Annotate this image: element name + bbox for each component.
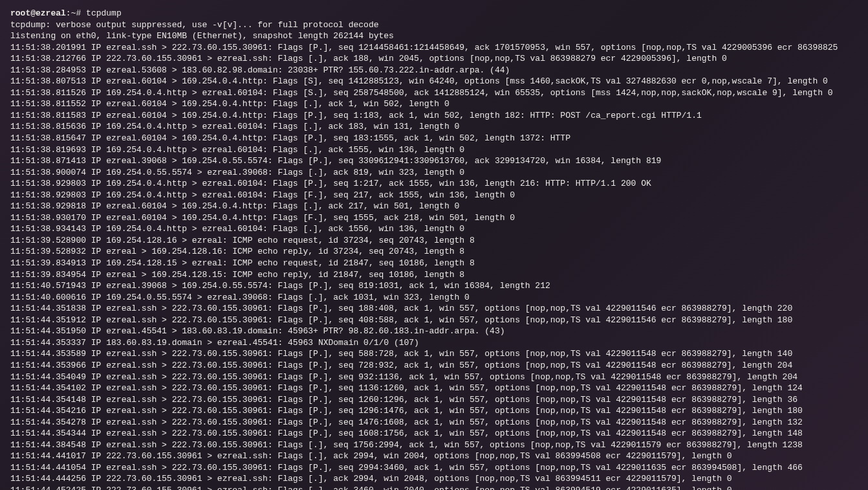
- output-line: 11:51:44.351838 IP ezreal.ssh > 222.73.6…: [10, 303, 858, 315]
- output-line: 11:51:39.834954 IP ezreal > 169.254.128.…: [10, 269, 858, 281]
- output-line: 11:51:44.354102 IP ezreal.ssh > 222.73.6…: [10, 383, 858, 394]
- output-line: 11:51:38.212766 IP 222.73.60.155.30961 >…: [10, 53, 858, 65]
- prompt-line[interactable]: root@ezreal:~# tcpdump: [10, 8, 858, 19]
- output-line: 11:51:44.351950 IP ezreal.45541 > 183.60…: [10, 326, 858, 337]
- output-line: 11:51:44.452425 IP 222.73.60.155.30961 >…: [10, 485, 858, 490]
- prompt-user-host: root@ezreal: [10, 8, 66, 18]
- output-line: 11:51:44.441054 IP ezreal.ssh > 222.73.6…: [10, 462, 858, 474]
- output-line: 11:51:38.871413 IP ezreal.39068 > 169.25…: [10, 155, 858, 167]
- output-line: 11:51:38.811552 IP ezreal.60104 > 169.25…: [10, 98, 858, 110]
- output-line: 11:51:44.354148 IP ezreal.ssh > 222.73.6…: [10, 394, 858, 406]
- output-line: 11:51:40.571943 IP ezreal.39068 > 169.25…: [10, 280, 858, 292]
- output-line: 11:51:38.929803 IP 169.254.0.4.http > ez…: [10, 190, 858, 201]
- output-line: 11:51:44.353589 IP ezreal.ssh > 222.73.6…: [10, 348, 858, 360]
- output-line: 11:51:38.811526 IP 169.254.0.4.http > ez…: [10, 87, 858, 99]
- output-line: 11:51:38.807513 IP ezreal.60104 > 169.25…: [10, 76, 858, 87]
- output-line: listening on eth0, link-type EN10MB (Eth…: [10, 30, 858, 42]
- output-line: 11:51:44.384548 IP ezreal.ssh > 222.73.6…: [10, 440, 858, 451]
- output-lines: tcpdump: verbose output suppressed, use …: [10, 19, 858, 490]
- output-line: 11:51:44.353337 IP 183.60.83.19.domain >…: [10, 337, 858, 349]
- prompt-symbol: #: [76, 8, 81, 18]
- output-line: 11:51:38.815636 IP 169.254.0.4.http > ez…: [10, 121, 858, 133]
- output-line: 11:51:39.528932 IP ezreal > 169.254.128.…: [10, 246, 858, 258]
- output-line: 11:51:38.929803 IP 169.254.0.4.http > ez…: [10, 178, 858, 190]
- output-line: 11:51:44.351912 IP ezreal.ssh > 222.73.6…: [10, 315, 858, 326]
- output-line: 11:51:38.811583 IP ezreal.60104 > 169.25…: [10, 110, 858, 122]
- output-line: 11:51:38.284953 IP ezreal.53608 > 183.60…: [10, 65, 858, 76]
- output-line: 11:51:40.600616 IP 169.254.0.55.5574 > e…: [10, 292, 858, 304]
- output-line: tcpdump: verbose output suppressed, use …: [10, 19, 858, 31]
- output-line: 11:51:38.930170 IP ezreal.60104 > 169.25…: [10, 212, 858, 224]
- output-line: 11:51:38.819693 IP 169.254.0.4.http > ez…: [10, 144, 858, 156]
- output-line: 11:51:44.444256 IP 222.73.60.155.30961 >…: [10, 473, 858, 485]
- output-line: 11:51:44.354278 IP ezreal.ssh > 222.73.6…: [10, 417, 858, 429]
- output-line: 11:51:38.201991 IP ezreal.ssh > 222.73.6…: [10, 42, 858, 54]
- output-line: 11:51:38.929818 IP ezreal.60104 > 169.25…: [10, 201, 858, 212]
- output-line: 11:51:38.815647 IP ezreal.60104 > 169.25…: [10, 133, 858, 144]
- output-line: 11:51:39.834913 IP 169.254.128.15 > ezre…: [10, 258, 858, 269]
- output-line: 11:51:38.900074 IP 169.254.0.55.5574 > e…: [10, 167, 858, 179]
- output-line: 11:51:44.441017 IP 222.73.60.155.30961 >…: [10, 451, 858, 462]
- prompt-separator: :: [66, 8, 71, 18]
- output-line: 11:51:39.528900 IP 169.254.128.16 > ezre…: [10, 235, 858, 247]
- terminal-output[interactable]: root@ezreal:~# tcpdump tcpdump: verbose …: [10, 8, 858, 490]
- output-line: 11:51:44.353966 IP ezreal.ssh > 222.73.6…: [10, 360, 858, 372]
- output-line: 11:51:38.934143 IP 169.254.0.4.http > ez…: [10, 223, 858, 235]
- output-line: 11:51:44.354216 IP ezreal.ssh > 222.73.6…: [10, 405, 858, 417]
- output-line: 11:51:44.354344 IP ezreal.ssh > 222.73.6…: [10, 428, 858, 440]
- output-line: 11:51:44.354049 IP ezreal.ssh > 222.73.6…: [10, 372, 858, 383]
- command: tcpdump: [86, 8, 122, 18]
